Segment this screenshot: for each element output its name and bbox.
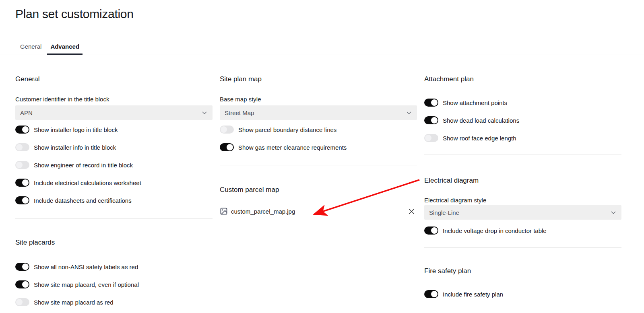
toggle-knob (22, 197, 29, 204)
toggle-installer-info[interactable] (15, 143, 29, 151)
toggle-row-installer-logo: Show installer logo in title block (15, 124, 213, 135)
toggle-row-voltage-drop: Include voltage drop in conductor table (424, 225, 621, 236)
section-title-custom-parcel-map: Custom parcel map (220, 185, 417, 194)
toggle-gas-meter[interactable] (220, 143, 234, 151)
toggle-label: Show dead load calculations (443, 117, 519, 124)
electrical-diagram-style-value: Single-Line (429, 209, 459, 216)
toggle-label: Show all non-ANSI safety labels as red (34, 264, 138, 270)
electrical-diagram-style-label: Electrical diagram style (424, 196, 621, 204)
toggle-row-non-ansi-labels: Show all non-ANSI safety labels as red (15, 261, 213, 272)
toggle-label: Include datasheets and certifications (34, 197, 132, 204)
uploaded-file-row: custom_parcel_map.jpg (220, 206, 417, 217)
section-title-site-plan-map: Site plan map (220, 75, 417, 84)
column-site-plan-map: Site plan map Base map style Street Map … (220, 75, 417, 308)
toggle-row-site-map-placard: Show site map placard, even if optional (15, 279, 213, 290)
page-title: Plan set customization (15, 7, 134, 21)
image-icon (220, 207, 228, 215)
toggle-row-site-map-placard-red: Show site map placard as red (15, 297, 213, 308)
toggle-row-engineer-of-record: Show engineer of record in title block (15, 159, 213, 171)
column-attachment-plan: Attachment plan Show attachment points S… (424, 75, 621, 308)
toggle-label: Show engineer of record in title block (34, 162, 133, 169)
toggle-row-fire-safety: Include fire safety plan (424, 288, 621, 300)
toggle-roof-face-edge[interactable] (424, 134, 438, 142)
customer-identifier-label: Customer identifier in the title block (15, 95, 213, 103)
toggle-electrical-calculations[interactable] (15, 179, 29, 187)
toggle-label: Show attachment points (443, 99, 507, 106)
divider (424, 154, 621, 154)
file-name: custom_parcel_map.jpg (231, 208, 295, 215)
toggle-knob (22, 126, 29, 133)
base-map-style-value: Street Map (225, 109, 254, 116)
file-info: custom_parcel_map.jpg (220, 207, 295, 215)
customer-identifier-select[interactable]: APN (15, 105, 213, 120)
toggle-knob (22, 281, 29, 288)
toggle-knob (431, 227, 438, 234)
toggle-knob (431, 99, 438, 106)
toggle-row-installer-info: Show installer info in title block (15, 142, 213, 153)
electrical-diagram-style-select[interactable]: Single-Line (424, 205, 621, 220)
toggle-dead-load[interactable] (424, 116, 438, 124)
toggle-row-parcel-boundary: Show parcel boundary distance lines (220, 124, 417, 135)
toggle-row-electrical-calculations: Include electrical calculations workshee… (15, 177, 213, 188)
toggle-knob (16, 162, 23, 168)
toggle-label: Include voltage drop in conductor table (443, 227, 547, 234)
divider (424, 247, 621, 248)
toggle-row-gas-meter: Show gas meter clearance requirements (220, 142, 417, 153)
toggle-knob (425, 135, 431, 141)
toggle-datasheets[interactable] (15, 196, 29, 204)
toggle-label: Include electrical calculations workshee… (34, 179, 141, 186)
section-title-electrical-diagram: Electrical diagram (424, 176, 621, 185)
customer-identifier-value: APN (20, 109, 33, 116)
chevron-down-icon (611, 211, 616, 214)
toggle-knob (431, 117, 438, 124)
toggle-label: Show installer logo in title block (34, 126, 118, 133)
chevron-down-icon (202, 111, 207, 114)
toggle-voltage-drop[interactable] (424, 227, 438, 235)
toggle-attachment-points[interactable] (424, 99, 438, 107)
tab-bar: General Advanced (0, 43, 644, 54)
toggle-installer-logo[interactable] (15, 126, 29, 134)
toggle-knob (431, 291, 438, 297)
remove-file-button[interactable] (407, 206, 416, 216)
toggle-knob (227, 144, 233, 150)
toggle-knob (22, 179, 29, 186)
divider (15, 218, 213, 219)
toggle-row-dead-load: Show dead load calculations (424, 115, 621, 126)
section-title-general: General (15, 75, 213, 84)
divider (220, 165, 417, 165)
column-general: General Customer identifier in the title… (15, 75, 213, 308)
toggle-label: Show installer info in title block (34, 144, 116, 151)
tab-advanced[interactable]: Advanced (47, 43, 83, 55)
tab-general[interactable]: General (17, 43, 45, 55)
toggle-row-datasheets: Include datasheets and certifications (15, 195, 213, 206)
base-map-style-select[interactable]: Street Map (220, 105, 417, 120)
toggle-label: Show site map placard as red (34, 299, 114, 306)
settings-content: General Customer identifier in the title… (0, 54, 644, 308)
chevron-down-icon (407, 111, 411, 114)
toggle-knob (221, 126, 227, 133)
toggle-engineer-of-record[interactable] (15, 161, 29, 169)
base-map-style-label: Base map style (220, 95, 417, 103)
toggle-row-roof-face-edge: Show roof face edge length (424, 132, 621, 144)
toggle-label: Include fire safety plan (443, 291, 503, 298)
toggle-knob (16, 299, 23, 305)
toggle-label: Show gas meter clearance requirements (238, 144, 347, 151)
toggle-label: Show site map placard, even if optional (34, 281, 139, 288)
section-title-attachment-plan: Attachment plan (424, 75, 621, 84)
toggle-label: Show roof face edge length (443, 135, 516, 142)
toggle-site-map-placard-red[interactable] (15, 298, 29, 306)
toggle-fire-safety[interactable] (424, 290, 438, 298)
toggle-knob (16, 144, 23, 150)
close-icon (408, 208, 415, 215)
toggle-parcel-boundary[interactable] (220, 126, 234, 134)
toggle-knob (22, 264, 29, 270)
section-title-site-placards: Site placards (15, 238, 213, 247)
toggle-row-attachment-points: Show attachment points (424, 97, 621, 108)
toggle-non-ansi-labels[interactable] (15, 263, 29, 271)
toggle-site-map-placard[interactable] (15, 280, 29, 288)
toggle-label: Show parcel boundary distance lines (238, 126, 336, 133)
section-title-fire-safety-plan: Fire safety plan (424, 267, 621, 276)
